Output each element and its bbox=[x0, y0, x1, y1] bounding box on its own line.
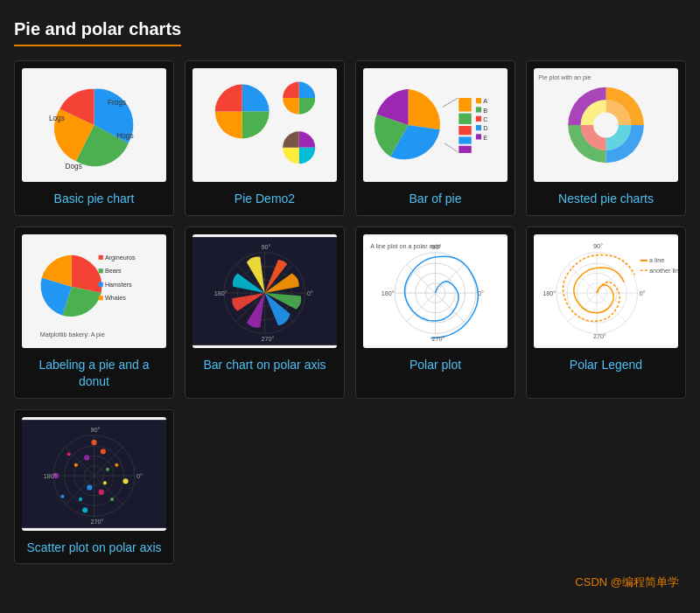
svg-rect-16 bbox=[476, 107, 481, 112]
svg-text:Dogs: Dogs bbox=[66, 163, 82, 171]
svg-point-105 bbox=[103, 481, 107, 484]
svg-rect-12 bbox=[458, 136, 471, 143]
svg-text:Hogs: Hogs bbox=[116, 132, 133, 140]
svg-point-92 bbox=[123, 478, 129, 484]
card-polar-plot[interactable]: 90° 0° 270° 180° A line plot on a polar … bbox=[355, 226, 515, 399]
svg-text:Frogs: Frogs bbox=[108, 99, 126, 107]
svg-text:180°: 180° bbox=[382, 289, 395, 297]
card-labeling-pie[interactable]: Argineuros Bears Hamsters Whales Matplot… bbox=[14, 226, 174, 399]
svg-point-95 bbox=[60, 495, 64, 498]
svg-rect-18 bbox=[476, 116, 481, 122]
svg-point-90 bbox=[101, 449, 106, 454]
card-label-basic-pie: Basic pie chart bbox=[54, 191, 135, 208]
footer: CSDN @编程简单学 bbox=[14, 564, 686, 594]
svg-point-93 bbox=[110, 498, 114, 501]
svg-text:Pie plot with an pie: Pie plot with an pie bbox=[538, 73, 591, 81]
svg-text:180°: 180° bbox=[214, 289, 228, 297]
svg-point-104 bbox=[84, 455, 89, 460]
svg-text:A: A bbox=[483, 97, 487, 105]
card-polar-legend[interactable]: a line another line 90° 0° 270° 180° Pol… bbox=[526, 226, 686, 399]
svg-text:Logs: Logs bbox=[49, 115, 65, 122]
svg-rect-73 bbox=[640, 260, 648, 261]
svg-text:0°: 0° bbox=[136, 472, 143, 480]
thumbnail-pie-demo2 bbox=[192, 68, 337, 182]
card-label-bar-polar: Bar chart on polar axis bbox=[203, 357, 326, 374]
svg-text:90°: 90° bbox=[593, 241, 603, 249]
svg-point-103 bbox=[79, 498, 82, 501]
svg-text:Bears: Bears bbox=[105, 267, 122, 275]
card-label-bar-of-pie: Bar of pie bbox=[410, 191, 462, 208]
thumbnail-basic-pie: Frogs Hogs Dogs Logs bbox=[22, 68, 166, 182]
svg-text:270°: 270° bbox=[431, 334, 444, 342]
thumbnail-bar-of-pie: A B C D E bbox=[363, 68, 508, 182]
card-scatter-polar[interactable]: 90° 0° 270° 180° Scatter plot on polar a… bbox=[14, 409, 174, 565]
svg-point-100 bbox=[87, 484, 92, 490]
svg-point-91 bbox=[115, 463, 118, 466]
card-label-scatter-polar: Scatter plot on polar axis bbox=[26, 540, 161, 557]
card-label-pie-demo2: Pie Demo2 bbox=[234, 191, 295, 208]
card-bar-polar[interactable]: 90° 0° 270° 180° Bar chart on polar axis bbox=[185, 226, 345, 399]
card-bar-of-pie[interactable]: A B C D E Bar of pie bbox=[355, 60, 515, 216]
svg-text:180°: 180° bbox=[44, 472, 57, 480]
svg-text:0°: 0° bbox=[307, 289, 313, 297]
svg-text:270°: 270° bbox=[593, 331, 606, 339]
svg-text:270°: 270° bbox=[90, 518, 103, 526]
thumbnail-polar-legend: a line another line 90° 0° 270° 180° bbox=[534, 234, 678, 348]
thumbnail-scatter-polar: 90° 0° 270° 180° bbox=[22, 417, 166, 531]
svg-text:C: C bbox=[483, 115, 487, 123]
svg-text:A line plot on a polar axis: A line plot on a polar axis bbox=[370, 241, 440, 249]
svg-rect-9 bbox=[458, 98, 471, 111]
svg-text:a line: a line bbox=[649, 256, 664, 264]
card-label-labeling-pie: Labeling a pie and a donut bbox=[22, 357, 166, 391]
svg-text:D: D bbox=[483, 124, 487, 132]
svg-text:Matplotlib bakery: A pie: Matplotlib bakery: A pie bbox=[40, 330, 105, 338]
svg-point-99 bbox=[106, 468, 109, 471]
svg-rect-20 bbox=[476, 125, 481, 130]
svg-rect-13 bbox=[458, 146, 471, 153]
svg-point-97 bbox=[67, 452, 71, 456]
svg-point-94 bbox=[82, 507, 88, 512]
svg-text:0°: 0° bbox=[640, 289, 646, 297]
svg-text:Whales: Whales bbox=[105, 294, 126, 302]
svg-text:90°: 90° bbox=[261, 242, 270, 250]
svg-text:another line: another line bbox=[649, 267, 678, 275]
svg-text:180°: 180° bbox=[542, 289, 556, 297]
page-title: Pie and polar charts bbox=[14, 14, 181, 46]
svg-text:E: E bbox=[483, 134, 487, 142]
svg-rect-34 bbox=[99, 268, 103, 273]
card-basic-pie[interactable]: Frogs Hogs Dogs Logs Basic pie chart bbox=[14, 60, 174, 216]
thumbnail-polar-plot: 90° 0° 270° 180° A line plot on a polar … bbox=[363, 234, 508, 348]
svg-rect-14 bbox=[476, 98, 481, 103]
chart-grid: Frogs Hogs Dogs Logs Basic pie chart bbox=[14, 60, 686, 564]
card-nested-pie[interactable]: Pie plot with an pie Nested pie charts bbox=[526, 60, 686, 216]
thumbnail-labeling-pie: Argineuros Bears Hamsters Whales Matplot… bbox=[22, 234, 166, 348]
footer-text: CSDN @编程简单学 bbox=[575, 575, 679, 590]
card-label-polar-plot: Polar plot bbox=[410, 357, 461, 374]
svg-rect-11 bbox=[458, 126, 471, 135]
svg-text:90°: 90° bbox=[90, 425, 100, 433]
svg-rect-22 bbox=[476, 134, 481, 139]
card-label-polar-legend: Polar Legend bbox=[570, 357, 642, 374]
svg-text:0°: 0° bbox=[478, 289, 484, 297]
svg-text:Argineuros: Argineuros bbox=[105, 254, 136, 261]
svg-point-98 bbox=[91, 440, 96, 445]
svg-rect-36 bbox=[99, 296, 103, 300]
svg-point-101 bbox=[74, 463, 78, 466]
svg-point-26 bbox=[593, 113, 619, 138]
thumbnail-nested-pie: Pie plot with an pie bbox=[534, 68, 678, 182]
svg-rect-35 bbox=[99, 282, 103, 286]
svg-text:270°: 270° bbox=[261, 334, 274, 342]
svg-rect-33 bbox=[99, 254, 103, 259]
card-label-nested-pie: Nested pie charts bbox=[558, 191, 654, 208]
card-pie-demo2[interactable]: Pie Demo2 bbox=[185, 60, 345, 216]
svg-point-102 bbox=[99, 489, 104, 494]
svg-text:B: B bbox=[483, 107, 487, 115]
svg-text:Hamsters: Hamsters bbox=[105, 280, 132, 288]
thumbnail-bar-polar: 90° 0° 270° 180° bbox=[192, 234, 337, 348]
svg-rect-10 bbox=[458, 114, 471, 124]
